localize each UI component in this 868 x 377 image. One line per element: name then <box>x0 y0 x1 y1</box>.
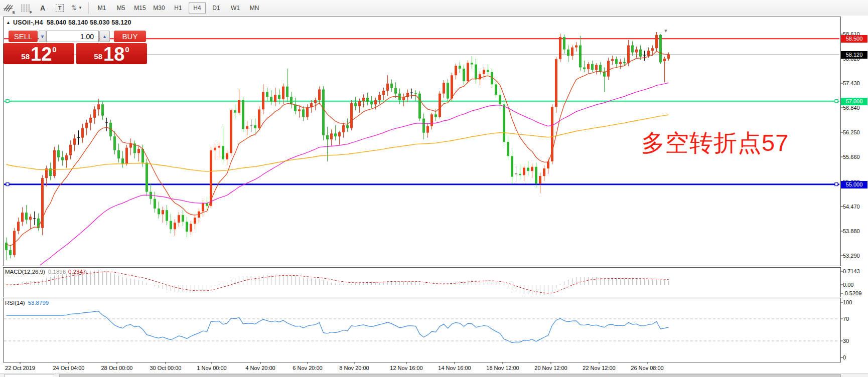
price-tick-label: 54.470 <box>843 204 860 210</box>
rsi-value: 53.8799 <box>28 300 49 306</box>
price-badge-58120: 58.120 <box>841 51 867 59</box>
scrollbar-thumb[interactable] <box>59 374 841 377</box>
text-box-icon[interactable]: T <box>53 2 67 15</box>
chart-frame <box>0 16 868 377</box>
timeframe-w1[interactable]: W1 <box>227 2 244 14</box>
buy-button[interactable]: BUY <box>114 31 146 42</box>
time-tick-label: 26 Nov 08:00 <box>631 365 663 371</box>
sell-button[interactable]: SELL <box>9 31 38 42</box>
time-tick-label: 6 Nov 20:00 <box>293 365 322 371</box>
macd-scale-label: -0.5209 <box>843 290 861 296</box>
chart-shift-icon[interactable]: ▼ <box>663 28 668 34</box>
volume-increase-button[interactable]: ▲ <box>99 31 110 42</box>
timeframe-m15[interactable]: M15 <box>131 2 149 14</box>
time-tick-label: 28 Oct 00:00 <box>101 365 133 371</box>
sell-price-display[interactable]: 58120 <box>4 43 74 64</box>
volume-decrease-button[interactable]: ▼ <box>39 31 46 42</box>
macd-scale-label: 0.7143 <box>843 268 860 274</box>
time-tick-label: 24 Oct 04:00 <box>53 365 85 371</box>
price-tick-label: 53.880 <box>843 228 860 234</box>
time-tick-label: 8 Nov 20:00 <box>339 365 369 371</box>
chart-canvas[interactable] <box>0 16 868 377</box>
chevron-down-icon: ▼ <box>78 6 82 10</box>
macd-label: MACD(12,26,9)0.18960.2347 <box>5 269 86 275</box>
rsi-scale-label: 0 <box>843 354 846 360</box>
price-badge-57000: 57.000 <box>841 98 867 105</box>
text-label-icon[interactable]: A <box>36 2 50 15</box>
symbol-direction-icon: ▲ <box>6 20 11 25</box>
price-badge-58500: 58.500 <box>841 35 867 43</box>
scrollbar-left-tab[interactable] <box>4 374 54 377</box>
toolbar-separator <box>88 3 89 14</box>
symbol-title: USOil-,H4 <box>13 19 43 26</box>
time-tick-label: 30 Oct 00:00 <box>150 365 182 371</box>
timeframe-m5[interactable]: M5 <box>112 2 129 14</box>
rsi-scale-label: 100 <box>843 299 852 305</box>
timeframe-m30[interactable]: M30 <box>151 2 168 14</box>
timeframe-d1[interactable]: D1 <box>208 2 225 14</box>
buy-price-display[interactable]: 58180 <box>76 43 147 64</box>
macd-signal-value: 0.2347 <box>68 269 86 275</box>
time-tick-label: 20 Nov 12:00 <box>534 365 567 371</box>
arrow-tools-icon[interactable]: ⇅ ▼ <box>70 2 84 15</box>
timeframe-h4[interactable]: H4 <box>189 2 206 14</box>
trading-app-window: E F A T ⇅ ▼ M1M5M15M30H1H4D1W1MN ▲USOil-… <box>0 0 868 377</box>
time-tick-label: 14 Nov 16:00 <box>438 365 471 371</box>
rsi-scale-label: 70 <box>843 316 849 322</box>
time-tick-label: 1 Nov 00:00 <box>197 365 226 371</box>
timeframe-h1[interactable]: H1 <box>170 2 187 14</box>
chart-annotation-text: 多空转折点57 <box>641 127 789 159</box>
rsi-label: RSI(14)53.8799 <box>5 300 49 306</box>
macd-scale-label: 0.00 <box>843 282 853 288</box>
price-tick-label: 57.430 <box>843 80 860 86</box>
macd-main-value: 0.1896 <box>48 269 66 275</box>
rsi-scale-label: 30 <box>843 338 849 344</box>
chart-header: ▲USOil-,H4 58.040 58.140 58.030 58.120 <box>6 19 131 26</box>
price-tick-label: 56.840 <box>843 105 860 111</box>
time-tick-label: 22 Nov 12:00 <box>583 365 615 371</box>
timeframe-mn[interactable]: MN <box>246 2 263 14</box>
timeframe-m1[interactable]: M1 <box>93 2 110 14</box>
time-tick-label: 18 Nov 12:00 <box>486 365 519 371</box>
price-tick-label: 55.660 <box>843 154 860 160</box>
price-tick-label: 56.250 <box>843 129 860 135</box>
timeframe-group: M1M5M15M30H1H4D1W1MN <box>92 2 264 14</box>
time-tick-label: 4 Nov 20:00 <box>245 365 275 371</box>
price-tick-label: 53.290 <box>843 253 860 259</box>
time-tick-label: 12 Nov 16:00 <box>390 365 422 371</box>
volume-input[interactable] <box>46 31 99 42</box>
time-tick-label: 22 Oct 2019 <box>5 365 35 371</box>
price-badge-55000: 55.000 <box>841 181 867 188</box>
indicator-list-icon[interactable]: E <box>2 2 16 15</box>
fibonacci-grid-icon[interactable]: F <box>19 2 33 15</box>
ohlc-values: 58.040 58.140 58.030 58.120 <box>47 19 131 26</box>
toolbar: E F A T ⇅ ▼ M1M5M15M30H1H4D1W1MN <box>0 0 868 16</box>
